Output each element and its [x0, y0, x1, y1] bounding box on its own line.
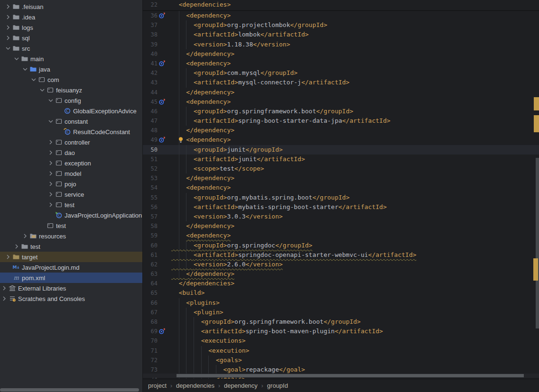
chevron-right-icon[interactable] — [0, 295, 8, 302]
code-text[interactable]: <dependency> — [171, 183, 231, 192]
line-number[interactable]: 44 — [143, 88, 158, 97]
code-line-69[interactable]: 69 <artifactId>spring-boot-maven-plugin<… — [143, 327, 539, 336]
code-line-38[interactable]: 38 <artifactId>lombok</artifactId> — [143, 30, 539, 39]
code-text[interactable]: <build> — [171, 288, 204, 298]
code-line-47[interactable]: 47 <artifactId>spring-boot-starter-data-… — [143, 116, 539, 126]
tree-item-model[interactable]: model — [0, 168, 142, 179]
breadcrumb-item-project[interactable]: project — [148, 382, 167, 389]
maven-dependency-gutter-icon[interactable] — [158, 60, 166, 67]
tree-item-dao[interactable]: dao — [0, 147, 142, 158]
line-number[interactable]: 46 — [143, 107, 158, 116]
code-text[interactable]: </dependency> — [171, 173, 234, 183]
line-number[interactable]: 68 — [143, 317, 158, 327]
code-line-53[interactable]: 53 </dependency> — [143, 173, 539, 183]
line-number[interactable]: 49 — [143, 135, 158, 145]
tree-item-target[interactable]: target — [0, 252, 142, 262]
tree-item-com[interactable]: com — [0, 74, 142, 85]
line-number[interactable]: 43 — [143, 78, 158, 87]
line-number[interactable]: 42 — [143, 68, 158, 78]
code-text[interactable]: <dependencies> — [171, 0, 231, 9]
chevron-right-icon[interactable] — [4, 24, 12, 31]
line-number[interactable]: 38 — [143, 30, 158, 39]
tree-item-exception[interactable]: exception — [0, 158, 142, 168]
code-line-44[interactable]: 44 </dependency> — [143, 88, 539, 97]
code-text[interactable]: <artifactId>springdoc-openapi-starter-we… — [171, 250, 417, 260]
code-text[interactable]: <dependency> — [171, 231, 231, 240]
line-number[interactable]: 66 — [143, 298, 158, 308]
code-line-66[interactable]: 66 <plugins> — [143, 298, 539, 308]
code-text[interactable]: <groupId>org.springdoc</groupId> — [171, 241, 312, 250]
code-line-54[interactable]: 54 <dependency> — [143, 183, 539, 192]
code-line-72[interactable]: 72 <goals> — [143, 356, 539, 365]
chevron-down-icon[interactable] — [46, 97, 55, 104]
code-text[interactable]: <groupId>com.mysql</groupId> — [171, 68, 297, 78]
code-line-67[interactable]: 67 <plugin> — [143, 308, 539, 317]
code-text[interactable]: </dependency> — [171, 221, 234, 231]
tree-item-external-libraries[interactable]: External Libraries — [0, 283, 142, 293]
chevron-right-icon[interactable] — [4, 34, 12, 42]
code-line-45[interactable]: 45 <dependency> — [143, 97, 539, 107]
code-text[interactable]: <groupId>junit</groupId> — [171, 145, 283, 155]
chevron-right-icon[interactable] — [46, 159, 55, 167]
code-text[interactable]: <artifactId>mysql-connector-j</artifactI… — [171, 78, 350, 87]
code-text[interactable]: </dependency> — [171, 269, 234, 279]
code-text[interactable]: <dependency> — [171, 11, 231, 20]
chevron-down-icon[interactable] — [38, 86, 46, 94]
tree-item-service[interactable]: service — [0, 189, 142, 200]
line-number[interactable]: 58 — [143, 221, 158, 231]
maven-dependency-gutter-icon[interactable] — [158, 12, 166, 19]
code-line-46[interactable]: 46 <groupId>org.springframework.boot</gr… — [143, 107, 539, 116]
line-number[interactable]: 52 — [143, 164, 158, 173]
sticky-header-line[interactable]: 22 <dependencies> — [143, 0, 539, 11]
breadcrumb-item-dependency[interactable]: dependency — [224, 382, 258, 389]
tree-item-pom-xml[interactable]: mpom.xml — [0, 273, 142, 283]
line-number[interactable]: 40 — [143, 49, 158, 59]
line-number[interactable]: 36 — [143, 11, 158, 20]
chevron-right-icon[interactable] — [4, 13, 12, 21]
maven-dependency-gutter-icon[interactable] — [158, 328, 166, 335]
code-line-51[interactable]: 51 <artifactId>junit</artifactId> — [143, 155, 539, 164]
code-line-22[interactable]: 22 <dependencies> — [143, 0, 539, 9]
warning-stripe-mark[interactable] — [534, 97, 539, 110]
tree-item-pojo[interactable]: pojo — [0, 179, 142, 189]
code-text[interactable]: <goals> — [171, 356, 242, 365]
chevron-right-icon[interactable] — [46, 138, 55, 146]
line-number[interactable]: 37 — [143, 20, 158, 30]
editor-horizontal-scrollbar[interactable] — [143, 374, 539, 378]
horizontal-scrollbar-thumb[interactable] — [177, 374, 524, 377]
code-text[interactable]: <version>2.6.0</version> — [171, 260, 283, 269]
code-line-59[interactable]: 59 <dependency> — [143, 231, 539, 240]
tree-item-test[interactable]: test — [0, 220, 142, 231]
code-line-70[interactable]: 70 <executions> — [143, 336, 539, 346]
editor-vertical-scrollbar-thumb[interactable] — [536, 158, 539, 328]
line-number[interactable]: 65 — [143, 288, 158, 298]
line-number[interactable]: 41 — [143, 59, 158, 68]
chevron-down-icon[interactable] — [4, 45, 12, 52]
line-number[interactable]: 45 — [143, 97, 158, 107]
code-text[interactable]: </dependencies> — [171, 279, 234, 288]
code-text[interactable]: <version>3.0.3</version> — [171, 212, 283, 221]
code-line-57[interactable]: 57 <version>3.0.3</version> — [143, 212, 539, 221]
code-line-64[interactable]: 64 </dependencies> — [143, 279, 539, 288]
tree-item-javaprojectloginapplication[interactable]: CJavaProjectLoginApplication — [0, 210, 142, 220]
code-text[interactable]: <version>1.18.38</version> — [171, 40, 290, 49]
tree-item-idea[interactable]: .idea — [0, 12, 142, 22]
tree-item-java[interactable]: java — [0, 64, 142, 74]
line-number[interactable]: 72 — [143, 356, 158, 365]
code-line-60[interactable]: 60 <groupId>org.springdoc</groupId> — [143, 241, 539, 250]
tree-item-feisuan[interactable]: .feisuan — [0, 1, 142, 12]
code-line-71[interactable]: 71 <execution> — [143, 346, 539, 356]
code-line-68[interactable]: 68 <groupId>org.springframework.boot</gr… — [143, 317, 539, 327]
chevron-down-icon[interactable] — [29, 76, 37, 83]
tree-item-config[interactable]: config — [0, 95, 142, 106]
code-text[interactable]: </dependency> — [171, 88, 234, 97]
sidebar-horizontal-scrollbar[interactable] — [0, 388, 139, 392]
code-line-62[interactable]: 62 <version>2.6.0</version> — [143, 260, 539, 269]
code-line-65[interactable]: 65 <build> — [143, 288, 539, 298]
code-text[interactable]: <groupId>org.projectlombok</groupId> — [171, 20, 327, 30]
line-number[interactable]: 59 — [143, 231, 158, 240]
line-number[interactable]: 48 — [143, 126, 158, 135]
code-line-58[interactable]: 58 </dependency> — [143, 221, 539, 231]
code-text[interactable]: <dependency> — [171, 135, 231, 145]
chevron-right-icon[interactable] — [46, 201, 55, 209]
